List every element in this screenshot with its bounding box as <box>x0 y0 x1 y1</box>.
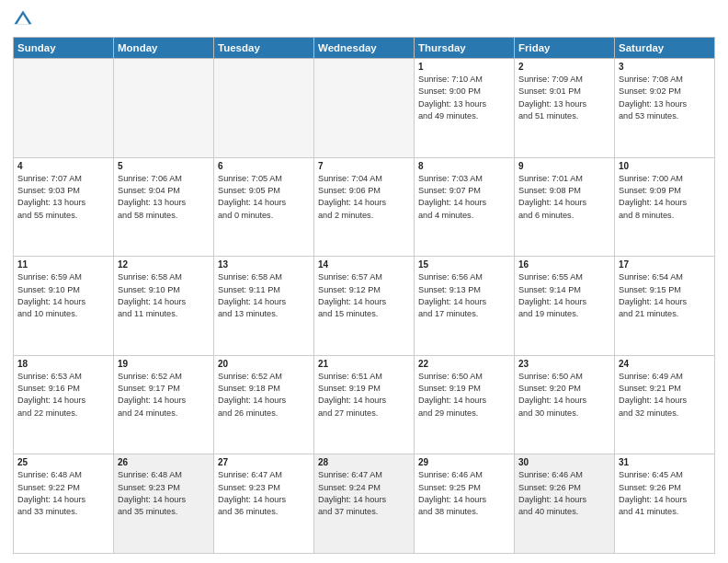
day-number: 28 <box>318 457 410 467</box>
day-number: 13 <box>218 259 310 270</box>
calendar-cell <box>114 59 214 158</box>
cell-info: Sunrise: 6:49 AMSunset: 9:21 PMDaylight:… <box>619 371 711 419</box>
cell-info: Sunrise: 7:07 AMSunset: 9:03 PMDaylight:… <box>17 173 109 222</box>
calendar-cell: 3Sunrise: 7:08 AMSunset: 9:02 PMDaylight… <box>615 59 715 158</box>
day-number: 11 <box>17 259 109 270</box>
day-number: 1 <box>418 62 510 72</box>
calendar-cell: 17Sunrise: 6:54 AMSunset: 9:15 PMDayligh… <box>615 257 715 356</box>
day-number: 17 <box>619 259 711 270</box>
day-number: 9 <box>518 161 610 171</box>
cell-info: Sunrise: 7:05 AMSunset: 9:05 PMDaylight:… <box>218 173 310 222</box>
calendar-body: 1Sunrise: 7:10 AMSunset: 9:00 PMDaylight… <box>14 59 715 554</box>
day-number: 7 <box>318 161 410 171</box>
cell-info: Sunrise: 6:59 AMSunset: 9:10 PMDaylight:… <box>17 271 109 320</box>
day-number: 22 <box>418 359 510 369</box>
weekday-header: Thursday <box>415 38 515 59</box>
header <box>13 9 715 29</box>
cell-info: Sunrise: 6:58 AMSunset: 9:11 PMDaylight:… <box>218 271 310 320</box>
cell-info: Sunrise: 6:45 AMSunset: 9:26 PMDaylight:… <box>619 469 711 518</box>
calendar-cell: 14Sunrise: 6:57 AMSunset: 9:12 PMDayligh… <box>314 257 415 356</box>
calendar-cell: 15Sunrise: 6:56 AMSunset: 9:13 PMDayligh… <box>415 257 515 356</box>
cell-info: Sunrise: 7:00 AMSunset: 9:09 PMDaylight:… <box>619 173 711 222</box>
day-number: 4 <box>17 161 109 171</box>
calendar-cell <box>314 59 415 158</box>
calendar-cell: 13Sunrise: 6:58 AMSunset: 9:11 PMDayligh… <box>214 257 314 356</box>
day-number: 19 <box>118 359 210 369</box>
cell-info: Sunrise: 7:09 AMSunset: 9:01 PMDaylight:… <box>518 74 610 122</box>
weekday-header: Wednesday <box>314 38 415 59</box>
calendar-cell: 30Sunrise: 6:46 AMSunset: 9:26 PMDayligh… <box>515 454 615 554</box>
day-number: 24 <box>619 359 711 369</box>
calendar-cell: 8Sunrise: 7:03 AMSunset: 9:07 PMDaylight… <box>415 157 515 257</box>
cell-info: Sunrise: 7:04 AMSunset: 9:06 PMDaylight:… <box>318 173 410 222</box>
calendar-row: 1Sunrise: 7:10 AMSunset: 9:00 PMDaylight… <box>14 59 715 158</box>
calendar-cell: 12Sunrise: 6:58 AMSunset: 9:10 PMDayligh… <box>114 257 214 356</box>
cell-info: Sunrise: 7:08 AMSunset: 9:02 PMDaylight:… <box>619 74 711 122</box>
day-number: 31 <box>619 457 711 467</box>
day-number: 30 <box>518 457 610 467</box>
calendar-cell: 2Sunrise: 7:09 AMSunset: 9:01 PMDaylight… <box>515 59 615 158</box>
calendar-cell <box>214 59 314 158</box>
calendar-cell: 10Sunrise: 7:00 AMSunset: 9:09 PMDayligh… <box>615 157 715 257</box>
day-number: 3 <box>619 62 711 72</box>
cell-info: Sunrise: 6:58 AMSunset: 9:10 PMDaylight:… <box>118 271 210 320</box>
calendar-cell: 21Sunrise: 6:51 AMSunset: 9:19 PMDayligh… <box>314 355 415 454</box>
day-number: 27 <box>218 457 310 467</box>
calendar-cell: 22Sunrise: 6:50 AMSunset: 9:19 PMDayligh… <box>415 355 515 454</box>
calendar-header: SundayMondayTuesdayWednesdayThursdayFrid… <box>14 38 715 59</box>
calendar-cell: 26Sunrise: 6:48 AMSunset: 9:23 PMDayligh… <box>114 454 214 554</box>
cell-info: Sunrise: 6:52 AMSunset: 9:18 PMDaylight:… <box>218 371 310 419</box>
weekday-header: Sunday <box>14 38 114 59</box>
cell-info: Sunrise: 6:57 AMSunset: 9:12 PMDaylight:… <box>318 271 410 320</box>
day-number: 26 <box>118 457 210 467</box>
day-number: 20 <box>218 359 310 369</box>
cell-info: Sunrise: 6:47 AMSunset: 9:24 PMDaylight:… <box>318 469 410 518</box>
weekday-header: Monday <box>114 38 214 59</box>
calendar-cell: 24Sunrise: 6:49 AMSunset: 9:21 PMDayligh… <box>615 355 715 454</box>
day-number: 16 <box>518 259 610 270</box>
cell-info: Sunrise: 7:03 AMSunset: 9:07 PMDaylight:… <box>418 173 510 222</box>
calendar-cell: 4Sunrise: 7:07 AMSunset: 9:03 PMDaylight… <box>14 157 114 257</box>
cell-info: Sunrise: 6:47 AMSunset: 9:23 PMDaylight:… <box>218 469 310 518</box>
cell-info: Sunrise: 6:48 AMSunset: 9:22 PMDaylight:… <box>17 469 109 518</box>
day-number: 23 <box>518 359 610 369</box>
day-number: 12 <box>118 259 210 270</box>
weekday-header: Tuesday <box>214 38 314 59</box>
calendar-cell: 29Sunrise: 6:46 AMSunset: 9:25 PMDayligh… <box>415 454 515 554</box>
calendar-cell: 28Sunrise: 6:47 AMSunset: 9:24 PMDayligh… <box>314 454 415 554</box>
cell-info: Sunrise: 6:54 AMSunset: 9:15 PMDaylight:… <box>619 271 711 320</box>
weekday-row: SundayMondayTuesdayWednesdayThursdayFrid… <box>14 38 715 59</box>
cell-info: Sunrise: 6:56 AMSunset: 9:13 PMDaylight:… <box>418 271 510 320</box>
page: SundayMondayTuesdayWednesdayThursdayFrid… <box>0 0 728 563</box>
calendar-cell: 25Sunrise: 6:48 AMSunset: 9:22 PMDayligh… <box>14 454 114 554</box>
logo-icon <box>13 9 33 29</box>
cell-info: Sunrise: 7:06 AMSunset: 9:04 PMDaylight:… <box>118 173 210 222</box>
calendar-cell: 23Sunrise: 6:50 AMSunset: 9:20 PMDayligh… <box>515 355 615 454</box>
day-number: 21 <box>318 359 410 369</box>
calendar-cell: 18Sunrise: 6:53 AMSunset: 9:16 PMDayligh… <box>14 355 114 454</box>
weekday-header: Saturday <box>615 38 715 59</box>
calendar-row: 25Sunrise: 6:48 AMSunset: 9:22 PMDayligh… <box>14 454 715 554</box>
cell-info: Sunrise: 6:52 AMSunset: 9:17 PMDaylight:… <box>118 371 210 419</box>
cell-info: Sunrise: 6:48 AMSunset: 9:23 PMDaylight:… <box>118 469 210 518</box>
day-number: 15 <box>418 259 510 270</box>
cell-info: Sunrise: 6:50 AMSunset: 9:20 PMDaylight:… <box>518 371 610 419</box>
cell-info: Sunrise: 6:53 AMSunset: 9:16 PMDaylight:… <box>17 371 109 419</box>
calendar-cell: 6Sunrise: 7:05 AMSunset: 9:05 PMDaylight… <box>214 157 314 257</box>
calendar-cell: 19Sunrise: 6:52 AMSunset: 9:17 PMDayligh… <box>114 355 214 454</box>
calendar-cell: 31Sunrise: 6:45 AMSunset: 9:26 PMDayligh… <box>615 454 715 554</box>
day-number: 6 <box>218 161 310 171</box>
cell-info: Sunrise: 7:01 AMSunset: 9:08 PMDaylight:… <box>518 173 610 222</box>
cell-info: Sunrise: 6:46 AMSunset: 9:25 PMDaylight:… <box>418 469 510 518</box>
day-number: 8 <box>418 161 510 171</box>
weekday-header: Friday <box>515 38 615 59</box>
day-number: 18 <box>17 359 109 369</box>
cell-info: Sunrise: 6:55 AMSunset: 9:14 PMDaylight:… <box>518 271 610 320</box>
cell-info: Sunrise: 7:10 AMSunset: 9:00 PMDaylight:… <box>418 74 510 122</box>
calendar-cell: 7Sunrise: 7:04 AMSunset: 9:06 PMDaylight… <box>314 157 415 257</box>
calendar-row: 11Sunrise: 6:59 AMSunset: 9:10 PMDayligh… <box>14 257 715 356</box>
calendar-cell: 20Sunrise: 6:52 AMSunset: 9:18 PMDayligh… <box>214 355 314 454</box>
calendar-cell: 16Sunrise: 6:55 AMSunset: 9:14 PMDayligh… <box>515 257 615 356</box>
cell-info: Sunrise: 6:46 AMSunset: 9:26 PMDaylight:… <box>518 469 610 518</box>
calendar-cell: 5Sunrise: 7:06 AMSunset: 9:04 PMDaylight… <box>114 157 214 257</box>
